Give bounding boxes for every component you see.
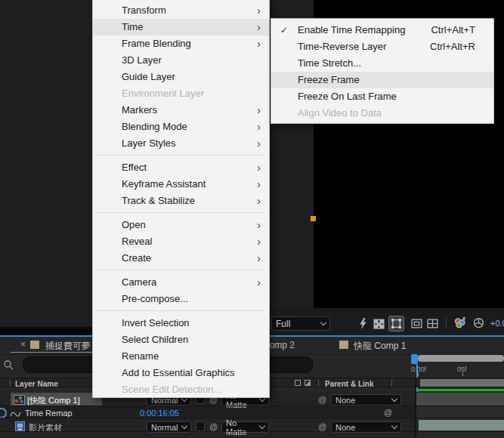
menu-item-label: Create [122,252,151,264]
time-remap-value[interactable]: 0:00:16:05 [140,409,179,418]
menu-item-3d-layer[interactable]: 3D Layer [93,52,269,69]
menu-item-label: Track & Stabilize [122,195,195,206]
track-matte-value: No Matte [226,418,257,436]
ruler-tick [462,372,463,376]
submenu-item-label: Align Video to Data [298,107,382,119]
parent-value: None [335,423,355,432]
layer-name[interactable]: [快龍 Comp 1] [27,395,80,406]
grid-guides-icon[interactable] [426,317,439,330]
parent-link-header[interactable]: Parent & Link [325,380,373,388]
menu-item-label: Time [122,21,143,32]
chevron-down-icon [320,319,326,325]
menu-item-label: Reveal [122,236,152,247]
menu-item-pre-compose[interactable]: Pre-compose... [93,291,269,307]
layer-context-menu: Transform Time Frame Blending 3D Layer G… [92,0,270,398]
menu-item-label: Guide Layer [122,71,175,82]
layer-duration-bar[interactable] [416,393,504,406]
composition-toolbar: Full [270,308,504,335]
menu-item-open[interactable]: Open [93,217,269,233]
menu-item-label: Frame Blending [122,38,191,49]
menu-separator [95,155,264,156]
menu-item-markers[interactable]: Markers [93,102,269,119]
menu-item-rename[interactable]: Rename [93,348,269,365]
menu-item-frame-blending[interactable]: Frame Blending [93,35,269,52]
resolution-dropdown[interactable]: Full [271,316,330,331]
comp-color-swatch[interactable] [30,341,39,349]
column-divider [10,380,11,387]
submenu-item-freeze-on-last-frame[interactable]: Freeze On Last Frame [271,88,493,105]
menu-item-reveal[interactable]: Reveal [93,233,269,250]
menu-item-select-children[interactable]: Select Children [93,332,269,348]
menu-item-scene-edit-detection: Scene Edit Detection... [93,381,269,398]
layer-duration-bar[interactable] [419,420,504,430]
menu-item-label: 3D Layer [122,54,162,66]
region-of-interest-icon[interactable] [410,317,423,330]
submenu-item-enable-time-remapping[interactable]: ✓ Enable Time Remapping Ctrl+Alt+T [271,22,493,39]
mask-visibility-icon[interactable] [388,316,404,332]
tab-comp-1[interactable]: 快龍 Comp 1 [354,340,406,353]
menu-item-label: Invert Selection [122,317,190,328]
layer-name-header[interactable]: Layer Name [15,380,58,388]
row-separator [0,431,504,432]
menu-item-invert-selection[interactable]: Invert Selection [93,315,269,332]
property-name[interactable]: Time Remap [25,409,73,418]
exposure-value[interactable]: +0.0 [490,319,504,328]
menu-item-effect[interactable]: Effect [93,159,269,176]
submenu-item-time-reverse-layer[interactable]: Time-Reverse Layer Ctrl+Alt+R [271,39,493,55]
menu-item-camera[interactable]: Camera [93,274,269,291]
comp-color-swatch[interactable] [339,341,348,349]
parent-dropdown[interactable]: None [331,394,401,406]
track-column-divider[interactable] [415,378,416,438]
matte-pickwhip-icon[interactable]: @ [209,423,218,431]
search-icon[interactable] [3,359,15,370]
parent-pickwhip-icon[interactable]: @ [318,423,326,431]
channels-icon[interactable] [453,316,466,329]
column-divider [391,380,392,387]
track-matte-toggle[interactable] [196,421,205,431]
menu-item-label: Rename [122,350,159,362]
timeline-zoom-navigator[interactable] [418,355,504,362]
close-icon[interactable]: × [20,340,26,349]
menu-item-time[interactable]: Time [93,19,269,35]
parent-pickwhip-icon[interactable]: @ [318,396,326,404]
submenu-item-time-stretch[interactable]: Time Stretch... [271,55,493,72]
transfer-modes-icon[interactable] [305,380,311,386]
menu-item-keyframe-assistant[interactable]: Keyframe Assistant [93,176,269,193]
chevron-down-icon [181,423,187,429]
fast-previews-icon[interactable] [357,317,369,330]
transparency-grid-icon[interactable] [373,317,385,330]
menu-item-transform[interactable]: Transform [93,2,269,19]
menu-item-label: Blending Mode [122,121,187,132]
menu-item-guide-layer[interactable]: Guide Layer [93,69,269,85]
layer-anchor-handle[interactable] [311,216,316,221]
menu-item-track-stabilize[interactable]: Track & Stabilize [93,193,269,209]
toolbar-separator [446,316,447,329]
shortcut-label: Ctrl+Alt+R [430,39,475,55]
menu-item-create[interactable]: Create [93,250,269,267]
tab-active-comp[interactable]: 捕捉費可夢 [45,340,91,353]
menu-separator [95,212,264,213]
after-effects-window: Full [0,0,504,438]
submenu-item-label: Freeze Frame [298,74,360,85]
submenu-item-freeze-frame[interactable]: Freeze Frame [271,72,493,88]
menu-item-add-to-essential-graphics[interactable]: Add to Essential Graphics [93,365,269,381]
work-area-bar[interactable] [420,379,504,387]
chevron-down-icon [259,423,265,429]
layer-rows: [快龍 Comp 1] Normal @ No Matte @ None [0,392,504,438]
exposure-shutter-icon[interactable] [472,316,485,329]
ruler-tick-label[interactable]: 0:00f [411,366,426,373]
submenu-item-align-video-to-data: Align Video to Data [271,105,493,122]
ruler-tick [418,372,419,376]
menu-item-layer-styles[interactable]: Layer Styles [93,135,269,152]
property-pickwhip-icon[interactable]: @ [384,409,392,417]
shortcut-label: Ctrl+Alt+T [431,22,475,39]
menu-item-blending-mode[interactable]: Blending Mode [93,119,269,135]
menu-item-label: Effect [122,162,147,173]
menu-item-label: Scene Edit Detection... [122,384,221,395]
menu-item-label: Layer Styles [122,137,176,149]
menu-item-label: Open [122,219,146,230]
submenu-item-label: Enable Time Remapping [298,24,405,35]
value-graph-icon[interactable] [10,408,21,416]
switches-icon[interactable] [295,380,301,386]
playhead[interactable] [411,354,418,364]
